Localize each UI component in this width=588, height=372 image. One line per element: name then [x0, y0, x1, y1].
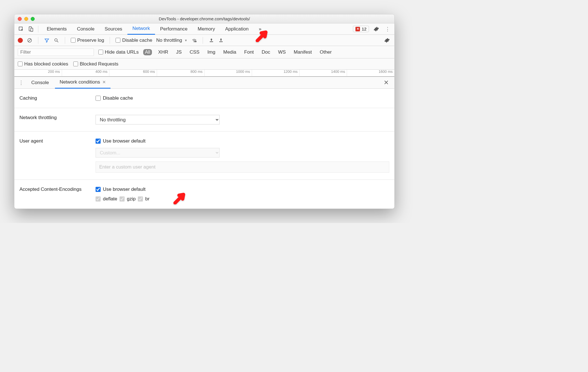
tab-sources[interactable]: Sources — [100, 23, 127, 35]
svg-line-4 — [28, 39, 31, 42]
filter-chip-all[interactable]: All — [143, 49, 152, 55]
search-icon[interactable] — [54, 38, 59, 43]
device-toolbar-icon[interactable] — [27, 25, 35, 33]
drawer-more-icon[interactable]: ⋮ — [17, 80, 25, 86]
svg-rect-2 — [31, 28, 33, 31]
dropdown-icon: ▼ — [184, 39, 187, 42]
tab-memory[interactable]: Memory — [193, 23, 220, 35]
tl-tick: 1600 ms — [347, 70, 394, 76]
drawer-tabbar: ⋮ Console Network conditions ✕ ✕ — [14, 77, 394, 89]
timeline-overview[interactable]: 200 ms 400 ms 600 ms 800 ms 1000 ms 1200… — [14, 70, 394, 76]
separator — [203, 37, 203, 44]
tl-tick: 400 ms — [62, 70, 110, 76]
main-tabbar: Elements Console Sources Network Perform… — [14, 23, 394, 35]
filter-bar-2: Has blocked cookies Blocked Requests — [14, 58, 394, 70]
encodings-section-label: Accepted Content-Encodings — [19, 187, 96, 192]
tab-network[interactable]: Network — [127, 23, 155, 35]
throttling-select[interactable]: No throttling▼ — [156, 38, 187, 43]
download-har-icon[interactable] — [218, 38, 224, 43]
gear-icon[interactable] — [372, 25, 380, 33]
network-toolbar: Preserve log Disable cache No throttling… — [14, 35, 394, 46]
filter-bar: Hide data URLs All XHR JS CSS Img Media … — [14, 46, 394, 58]
throttling-dropdown[interactable]: No throttling — [96, 115, 220, 124]
filter-icon[interactable] — [44, 38, 50, 43]
encoding-gzip-checkbox: gzip — [120, 196, 136, 202]
filter-chip-css[interactable]: CSS — [188, 49, 201, 55]
blocked-requests-check[interactable]: Blocked Requests — [73, 61, 118, 67]
encoding-deflate-checkbox: deflate — [96, 196, 117, 202]
titlebar: DevTools - developer.chrome.com/tags/dev… — [14, 14, 394, 23]
filter-chip-img[interactable]: Img — [206, 49, 217, 55]
clear-icon[interactable] — [27, 38, 32, 43]
throttling-section-label: Network throttling — [19, 115, 96, 121]
svg-point-5 — [55, 39, 57, 41]
filter-chip-ws[interactable]: WS — [277, 49, 288, 55]
close-window-button[interactable] — [18, 17, 22, 21]
window-title: DevTools - developer.chrome.com/tags/dev… — [14, 16, 394, 21]
separator — [38, 37, 38, 44]
error-count: 12 — [362, 27, 366, 31]
has-blocked-cookies-check[interactable]: Has blocked cookies — [18, 61, 68, 67]
filter-chip-xhr[interactable]: XHR — [156, 49, 170, 55]
ua-custom-select: Custom... — [96, 148, 220, 157]
encoding-br-checkbox: br — [138, 196, 149, 202]
filter-chip-media[interactable]: Media — [222, 49, 238, 55]
preserve-log-check[interactable]: Preserve log — [71, 38, 104, 43]
network-conditions-icon[interactable] — [191, 38, 197, 43]
tl-tick: 600 ms — [109, 70, 157, 76]
hide-data-urls-check[interactable]: Hide data URLs — [98, 49, 139, 55]
drawer-tab-console[interactable]: Console — [27, 77, 53, 89]
svg-point-7 — [194, 41, 194, 42]
disable-cache-check[interactable]: Disable cache — [116, 38, 152, 43]
tab-elements[interactable]: Elements — [42, 23, 72, 35]
inspect-element-icon[interactable] — [17, 25, 25, 33]
more-menu-icon[interactable]: ⋮ — [384, 26, 392, 32]
error-badge[interactable]: ✕ 12 — [353, 26, 369, 32]
gear-icon[interactable] — [383, 36, 391, 44]
tl-tick: 200 ms — [14, 70, 62, 76]
svg-line-6 — [57, 41, 58, 42]
disable-cache-checkbox[interactable]: Disable cache — [96, 95, 389, 101]
tl-tick: 1200 ms — [252, 70, 300, 76]
separator — [38, 26, 38, 32]
upload-har-icon[interactable] — [209, 38, 214, 43]
filter-input[interactable] — [18, 49, 94, 56]
svg-rect-9 — [210, 41, 213, 42]
tab-application[interactable]: Application — [220, 23, 254, 35]
tab-overflow[interactable]: » — [254, 23, 266, 35]
svg-rect-10 — [219, 41, 223, 42]
ua-custom-input — [96, 161, 389, 173]
drawer-tab-network-conditions[interactable]: Network conditions ✕ — [55, 77, 110, 89]
filter-chip-manifest[interactable]: Manifest — [292, 49, 313, 55]
record-button[interactable] — [18, 38, 23, 43]
tl-tick: 1400 ms — [300, 70, 347, 76]
filter-chip-font[interactable]: Font — [242, 49, 255, 55]
separator — [65, 37, 65, 44]
close-drawer-icon[interactable]: ✕ — [381, 79, 392, 86]
separator — [110, 37, 110, 44]
encodings-use-default-checkbox[interactable]: Use browser default — [96, 187, 389, 192]
close-tab-icon[interactable]: ✕ — [102, 80, 106, 85]
tab-performance[interactable]: Performance — [155, 23, 193, 35]
user-agent-section-label: User agent — [19, 138, 96, 144]
network-conditions-panel: Caching Disable cache Network throttling… — [14, 89, 394, 209]
tab-console[interactable]: Console — [72, 23, 100, 35]
maximize-window-button[interactable] — [31, 17, 35, 21]
error-icon: ✕ — [355, 27, 360, 31]
minimize-window-button[interactable] — [24, 17, 28, 21]
filter-chip-js[interactable]: JS — [174, 49, 184, 55]
caching-section-label: Caching — [19, 95, 96, 101]
tl-tick: 800 ms — [157, 70, 205, 76]
filter-chip-other[interactable]: Other — [318, 49, 333, 55]
tl-tick: 1000 ms — [205, 70, 252, 76]
ua-use-default-checkbox[interactable]: Use browser default — [96, 138, 389, 144]
filter-chip-doc[interactable]: Doc — [260, 49, 272, 55]
